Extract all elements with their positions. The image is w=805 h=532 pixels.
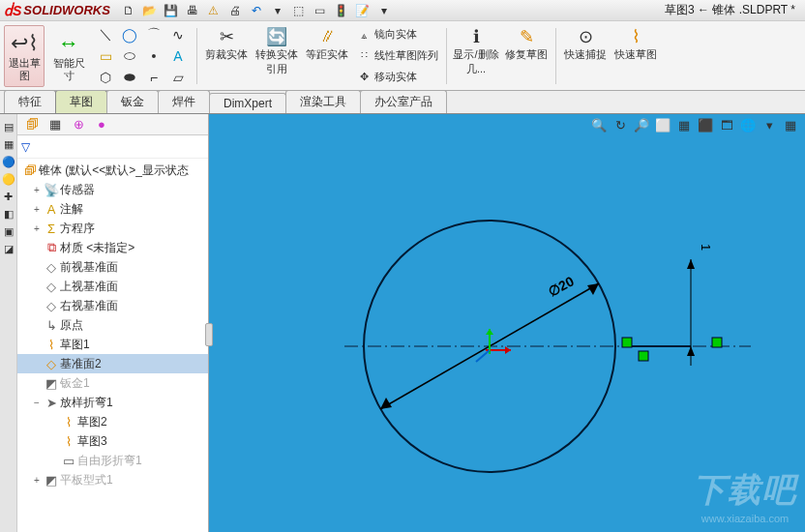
app-logo: ḋS SOLIDWORKS xyxy=(4,3,110,18)
tree-item[interactable]: ⌇草图2 xyxy=(17,412,208,431)
tree-item[interactable]: ◇上视基准面 xyxy=(17,277,208,296)
expander-icon[interactable]: + xyxy=(31,185,43,195)
pattern-button[interactable]: ∷线性草图阵列 xyxy=(356,46,438,66)
slot-icon[interactable]: ⬭ xyxy=(119,46,140,66)
lb-icon[interactable]: ▣ xyxy=(2,224,15,238)
qat-save-icon[interactable]: 💾 xyxy=(163,2,180,19)
tree-item-icon: A xyxy=(43,202,60,217)
tab-sheetmetal[interactable]: 钣金 xyxy=(106,90,159,113)
tree-item[interactable]: ◇前视基准面 xyxy=(17,257,208,277)
qat-rect-icon[interactable]: ▭ xyxy=(312,2,329,19)
rect-icon[interactable]: ▭ xyxy=(95,46,116,66)
tree-item[interactable]: ↳原点 xyxy=(17,315,208,335)
spline-icon[interactable]: ∿ xyxy=(167,25,189,44)
tree-item[interactable]: ◇基准面2 xyxy=(17,354,208,373)
tree-root[interactable]: 🗊 锥体 (默认<<默认>_显示状态 xyxy=(17,161,208,180)
sketch-canvas[interactable]: 🔍 ↻ 🔎 ⬜ ▦ ⬛ 🗔 🌐 ▾ ▦ xyxy=(209,114,805,532)
circle-icon[interactable]: ◯ xyxy=(119,25,140,44)
mirror-label: 镜向实体 xyxy=(374,27,417,42)
smart-dimension-button[interactable]: ↔ 智能尺寸 xyxy=(48,25,89,87)
point-icon[interactable]: • xyxy=(143,46,164,66)
trim-icon: ✂ xyxy=(220,26,234,47)
trim-button[interactable]: ✂ 剪裁实体 xyxy=(203,26,250,86)
quick-sketch-button[interactable]: ⌇ 快速草图 xyxy=(612,26,659,86)
qat-note-icon[interactable]: 📝 xyxy=(354,2,372,19)
tree-tab-feature-icon[interactable]: 🗐 xyxy=(21,116,43,133)
tree-item-label: 原点 xyxy=(60,317,83,334)
lb-icon[interactable]: ◪ xyxy=(2,242,15,255)
tab-dimxpert[interactable]: DimXpert xyxy=(209,93,286,113)
repair-button[interactable]: ✎ 修复草图 xyxy=(503,26,550,86)
tab-render[interactable]: 渲染工具 xyxy=(285,90,361,113)
tree-tab-appear-icon[interactable]: ● xyxy=(91,116,112,133)
lb-icon[interactable]: 🟡 xyxy=(2,172,15,186)
tab-sketch[interactable]: 草图 xyxy=(55,90,107,113)
fillet-icon[interactable]: ⌐ xyxy=(143,68,164,87)
separator xyxy=(446,28,447,84)
tree-item-icon: ◇ xyxy=(43,280,60,294)
tree-item[interactable]: ◇右视基准面 xyxy=(17,296,208,315)
feature-tree-panel: 🗐 ▦ ⊕ ● ▽ 🗊 锥体 (默认<<默认>_显示状态 +📡传感器+A注解+Σ… xyxy=(17,114,209,532)
tree-item[interactable]: −➤放样折弯1 xyxy=(17,393,208,412)
tree-item[interactable]: ◩钣金1 xyxy=(17,373,208,393)
tree-item-icon: ⧉ xyxy=(43,240,60,255)
line-icon[interactable]: ＼ xyxy=(95,25,116,44)
tree-item[interactable]: ⌇草图3 xyxy=(17,431,208,451)
tab-office[interactable]: 办公室产品 xyxy=(360,90,447,113)
tree-item[interactable]: +A注解 xyxy=(17,199,208,219)
qat-new-icon[interactable]: 🗋 xyxy=(120,2,137,19)
arc-icon[interactable]: ⌒ xyxy=(143,25,164,44)
offset-button[interactable]: ⫽ 等距实体 xyxy=(304,26,350,86)
mirror-button[interactable]: ⟁镜向实体 xyxy=(356,25,438,44)
poly-icon[interactable]: ⬡ xyxy=(95,68,116,87)
tree-item[interactable]: ▭自由形折弯1 xyxy=(17,451,208,470)
tree-tab-config-icon[interactable]: ▦ xyxy=(45,116,66,133)
tree-item-label: 上视基准面 xyxy=(60,279,118,295)
lb-icon[interactable]: ✚ xyxy=(2,190,15,203)
separator xyxy=(555,28,556,84)
qat-print-icon[interactable]: 🖶 xyxy=(184,2,201,19)
expander-icon[interactable]: + xyxy=(31,204,43,215)
qat-opts-icon[interactable]: ▾ xyxy=(375,2,393,19)
tab-weldment[interactable]: 焊件 xyxy=(158,90,210,113)
exit-sketch-label: 退出草图 xyxy=(5,57,44,80)
expander-icon[interactable]: − xyxy=(31,398,43,408)
smart-dim-icon: ↔ xyxy=(58,30,79,57)
tree-item[interactable]: +◩平板型式1 xyxy=(17,470,208,489)
snap-button[interactable]: ⊙ 快速捕捉 xyxy=(562,26,609,86)
svg-rect-12 xyxy=(639,351,648,361)
tree-item-icon: ◇ xyxy=(43,260,60,275)
tree-body[interactable]: 🗊 锥体 (默认<<默认>_显示状态 +📡传感器+A注解+Σ方程序⧉材质 <未指… xyxy=(17,159,208,532)
lb-icon[interactable]: ◧ xyxy=(2,207,15,221)
dimension-one[interactable]: 1 xyxy=(699,244,713,251)
expander-icon[interactable]: + xyxy=(31,475,43,486)
tree-tab-prop-icon[interactable]: ⊕ xyxy=(68,116,89,133)
lb-icon[interactable]: ▦ xyxy=(2,137,15,151)
lb-icon[interactable]: ▤ xyxy=(2,120,15,133)
move-button[interactable]: ✥移动实体 xyxy=(356,68,438,87)
filter-icon[interactable]: ▽ xyxy=(21,140,30,154)
tree-item[interactable]: +Σ方程序 xyxy=(17,219,208,238)
qat-print2-icon[interactable]: 🖨 xyxy=(226,2,244,19)
exit-sketch-button[interactable]: ↩⌇ 退出草图 xyxy=(4,25,45,87)
qat-open-icon[interactable]: 📂 xyxy=(141,2,159,19)
plane-icon[interactable]: ▱ xyxy=(167,68,189,87)
qat-warn-icon[interactable]: ⚠ xyxy=(205,2,223,19)
display-delete-button[interactable]: ℹ 显示/删除几... xyxy=(453,26,499,86)
text-icon[interactable]: A xyxy=(167,46,189,66)
qat-undo-icon[interactable]: ↶ xyxy=(248,2,265,19)
convert-button[interactable]: 🔄 转换实体引用 xyxy=(253,26,300,86)
ellipse-icon[interactable]: ⬬ xyxy=(119,68,140,87)
left-sidebar: ▤ ▦ 🔵 🟡 ✚ ◧ ▣ ◪ xyxy=(0,114,17,532)
tree-item[interactable]: +📡传感器 xyxy=(17,180,208,199)
lb-icon[interactable]: 🔵 xyxy=(2,155,15,168)
quick-label: 快速草图 xyxy=(614,47,657,62)
expander-icon[interactable]: + xyxy=(31,223,43,234)
qat-select-icon[interactable]: ⬚ xyxy=(290,2,308,19)
qat-light-icon[interactable]: 🚦 xyxy=(333,2,350,19)
tree-item[interactable]: ⌇草图1 xyxy=(17,335,208,354)
qat-redo-icon[interactable]: ▾ xyxy=(269,2,286,19)
tab-feature[interactable]: 特征 xyxy=(4,90,56,113)
tree-item[interactable]: ⧉材质 <未指定> xyxy=(17,238,208,257)
tree-item-label: 钣金1 xyxy=(60,375,90,392)
